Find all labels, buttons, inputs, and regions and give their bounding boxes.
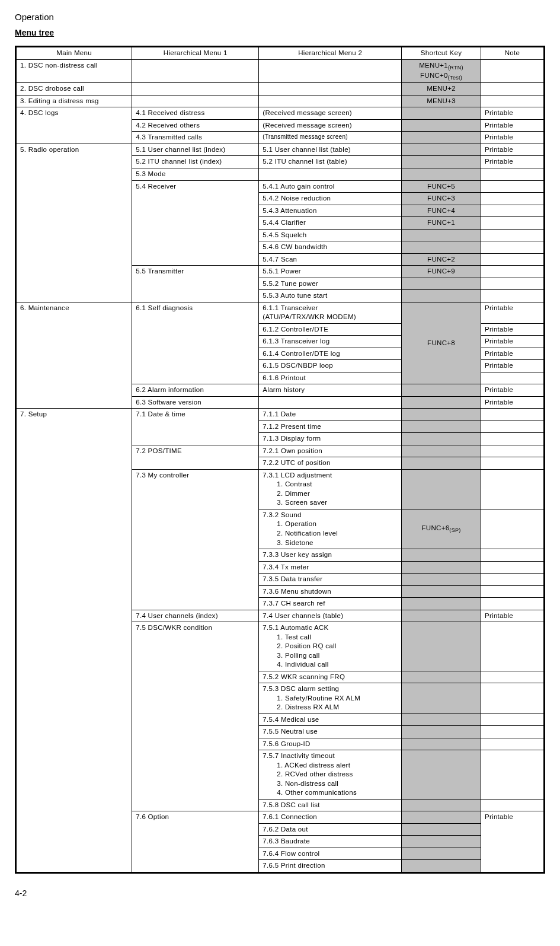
subsection-heading: Menu tree — [15, 28, 545, 37]
row-3: 3. Editing a distress msg MENU+3 — [16, 95, 545, 107]
main-4: 4. DSC logs — [16, 107, 132, 144]
h2: 7.3.1 LCD adjustment 1. Contrast 2. Dimm… — [259, 469, 402, 509]
menu-tree-table: Main Menu Hierarchical Menu 1 Hierarchic… — [15, 46, 545, 874]
main-6: 6. Maintenance — [16, 302, 132, 409]
shortcut-3: MENU+3 — [402, 95, 481, 107]
h2: 6.1.1 Transceiver (ATU/PA/TRX/WKR MODEM) — [259, 302, 402, 323]
main-5: 5. Radio operation — [16, 144, 132, 302]
shortcut-2: MENU+2 — [402, 83, 481, 95]
col-note: Note — [481, 47, 544, 60]
row-5-1: 5. Radio operation 5.1 User channel list… — [16, 144, 545, 156]
shortcut-1: MENU+1(RTN) FUNC+0(Test) — [402, 59, 481, 83]
main-2: 2. DSC drobose call — [16, 83, 132, 95]
col-h1: Hierarchical Menu 1 — [132, 47, 259, 60]
row-7-1: 7. Setup 7.1 Date & time 7.1.1 Date — [16, 409, 545, 421]
main-7: 7. Setup — [16, 409, 132, 873]
col-shortcut: Shortcut Key — [402, 47, 481, 60]
main-1: 1. DSC non-distress call — [16, 59, 132, 83]
h1: 4.1 Received distress — [132, 107, 259, 120]
row-6-1: 6. Maintenance 6.1 Self diagnosis 6.1.1 … — [16, 302, 545, 323]
h2-blank — [259, 59, 402, 83]
section-heading: Operation — [15, 12, 545, 22]
col-h2: Hierarchical Menu 2 — [259, 47, 402, 60]
h2: (Received message screen) — [259, 107, 402, 120]
page-number: 4-2 — [15, 888, 545, 898]
row-1: 1. DSC non-distress call MENU+1(RTN) FUN… — [16, 59, 545, 83]
row-2: 2. DSC drobose call MENU+2 — [16, 83, 545, 95]
col-main-menu: Main Menu — [16, 47, 132, 60]
table-header-row: Main Menu Hierarchical Menu 1 Hierarchic… — [16, 47, 545, 60]
h1-blank — [132, 59, 259, 83]
row-4-1: 4. DSC logs 4.1 Received distress (Recei… — [16, 107, 545, 120]
shortcut-blank — [402, 107, 481, 120]
note-blank — [481, 59, 544, 83]
note: Printable — [481, 107, 544, 120]
main-3: 3. Editing a distress msg — [16, 95, 132, 107]
